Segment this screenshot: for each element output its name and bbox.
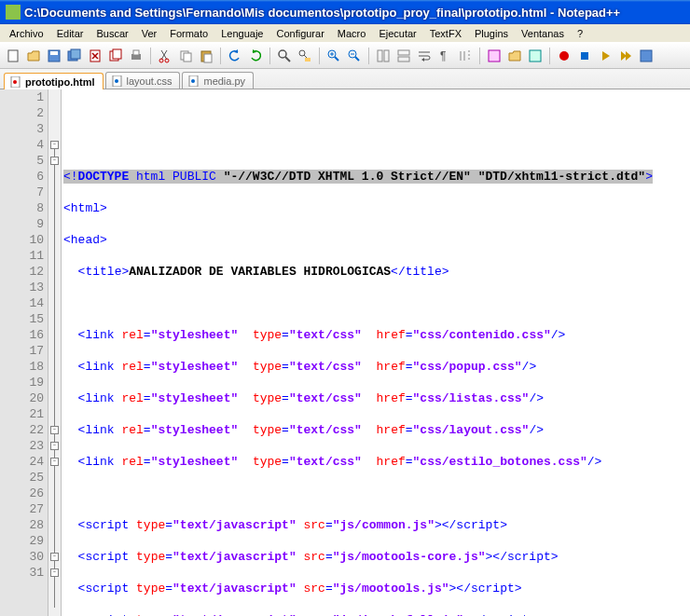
svg-rect-26	[489, 50, 500, 62]
sync-h-button[interactable]	[394, 47, 413, 65]
menu-macro[interactable]: Macro	[332, 26, 372, 41]
menu-plugins[interactable]: Plugins	[469, 26, 514, 41]
svg-rect-7	[113, 49, 121, 59]
svg-rect-2	[50, 51, 58, 55]
menu-lenguaje[interactable]: Lenguaje	[215, 26, 269, 41]
fold-toggle[interactable]: -	[50, 442, 59, 450]
svg-point-34	[115, 79, 118, 83]
svg-rect-0	[8, 50, 18, 62]
folder-button[interactable]	[505, 47, 524, 65]
fold-toggle[interactable]: -	[50, 426, 59, 434]
menu-textfx[interactable]: TextFX	[424, 26, 467, 41]
svg-rect-18	[305, 58, 310, 62]
save-macro-button[interactable]	[637, 47, 656, 65]
redo-button[interactable]	[246, 47, 265, 65]
menu-ventanas[interactable]: Ventanas	[516, 26, 570, 41]
toolbar-separator	[319, 48, 320, 64]
svg-rect-30	[641, 50, 652, 62]
svg-rect-22	[384, 50, 389, 62]
show-all-chars-button[interactable]: ¶	[435, 47, 454, 65]
user-lang-button[interactable]	[485, 47, 504, 65]
file-icon	[112, 75, 123, 87]
window-title: C:\Documents and Settings\Fernando\Mis d…	[24, 6, 686, 20]
paste-button[interactable]	[197, 47, 215, 65]
svg-rect-21	[378, 50, 382, 62]
menu-ejecutar[interactable]: Ejecutar	[373, 26, 421, 41]
svg-rect-4	[71, 49, 80, 59]
menu-help[interactable]: ?	[572, 26, 588, 41]
close-all-button[interactable]	[106, 47, 125, 65]
fold-toggle[interactable]: -	[50, 157, 59, 165]
code-content[interactable]: <!DOCTYPE html PUBLIC "-//W3C//DTD XHTML…	[62, 89, 690, 616]
svg-rect-27	[530, 50, 541, 62]
menu-archivo[interactable]: Archivo	[4, 26, 49, 41]
menu-buscar[interactable]: Buscar	[90, 26, 133, 41]
replace-button[interactable]	[296, 47, 314, 65]
svg-rect-29	[581, 52, 588, 60]
tab-label: media.py	[203, 75, 245, 87]
svg-point-28	[559, 51, 569, 61]
menu-formato[interactable]: Formato	[164, 26, 214, 41]
zoom-out-button[interactable]	[345, 47, 364, 65]
stop-macro-button[interactable]	[575, 47, 594, 65]
open-file-button[interactable]	[24, 47, 43, 65]
toolbar-separator	[269, 48, 270, 64]
line-gutter: 1234567891011121314151617181920212223242…	[0, 89, 48, 616]
toolbar-separator	[368, 48, 369, 64]
menubar: Archivo Editar Buscar Ver Formato Lengua…	[0, 24, 690, 43]
tab-media[interactable]: media.py	[182, 72, 254, 89]
menu-editar[interactable]: Editar	[51, 26, 90, 41]
undo-button[interactable]	[226, 47, 244, 65]
code-editor[interactable]: 1234567891011121314151617181920212223242…	[0, 89, 690, 616]
indent-guide-button[interactable]	[456, 47, 475, 65]
sync-v-button[interactable]	[374, 47, 393, 65]
zoom-in-button[interactable]	[324, 47, 343, 65]
tab-bar: prototipo.html layout.css media.py	[0, 69, 690, 89]
tab-layout[interactable]: layout.css	[105, 72, 181, 89]
record-macro-button[interactable]	[555, 47, 573, 65]
fold-column: - - - - - - -	[48, 89, 62, 616]
fold-toggle[interactable]: -	[50, 568, 59, 577]
menu-configurar[interactable]: Configurar	[270, 26, 329, 41]
play-macro-button[interactable]	[596, 47, 614, 65]
toolbar-separator	[479, 48, 480, 64]
svg-rect-13	[184, 53, 191, 62]
svg-text:¶: ¶	[440, 49, 446, 62]
play-multi-button[interactable]	[616, 47, 635, 65]
svg-rect-24	[398, 57, 409, 62]
toolbar: ¶	[0, 43, 690, 69]
toolbar-separator	[220, 48, 221, 64]
fold-toggle[interactable]: -	[50, 141, 59, 149]
wordwrap-button[interactable]	[415, 47, 434, 65]
cut-button[interactable]	[156, 47, 174, 65]
file-icon	[10, 76, 21, 88]
save-all-button[interactable]	[65, 47, 84, 65]
file-icon	[188, 75, 200, 87]
function-list-button[interactable]	[526, 47, 545, 65]
svg-point-16	[279, 50, 286, 58]
toolbar-separator	[150, 48, 151, 64]
toolbar-separator	[549, 48, 550, 64]
menu-ver[interactable]: Ver	[136, 26, 163, 41]
close-button[interactable]	[86, 47, 104, 65]
tab-label: prototipo.html	[25, 76, 95, 88]
tab-label: layout.css	[127, 75, 172, 87]
fold-toggle[interactable]: -	[50, 553, 59, 561]
new-file-button[interactable]	[4, 47, 22, 65]
save-button[interactable]	[45, 47, 63, 65]
window-titlebar: C:\Documents and Settings\Fernando\Mis d…	[0, 0, 690, 24]
print-button[interactable]	[127, 47, 145, 65]
svg-rect-15	[204, 54, 212, 62]
find-button[interactable]	[275, 47, 294, 65]
svg-point-32	[13, 80, 17, 84]
app-icon	[6, 5, 21, 20]
copy-button[interactable]	[176, 47, 195, 65]
fold-toggle[interactable]: -	[50, 458, 59, 466]
svg-rect-23	[398, 50, 409, 55]
svg-rect-9	[133, 50, 139, 55]
svg-point-36	[191, 79, 195, 83]
tab-prototipo[interactable]: prototipo.html	[4, 73, 104, 89]
